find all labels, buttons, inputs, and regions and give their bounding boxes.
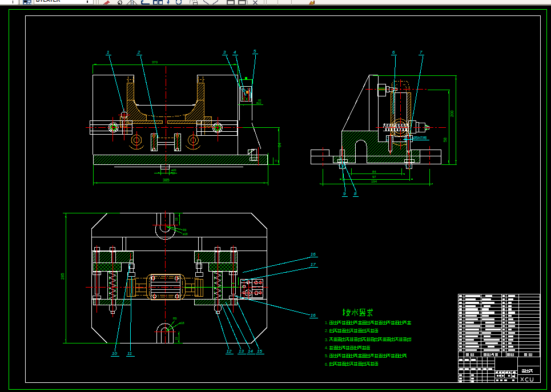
svg-text:8: 8 <box>354 191 357 196</box>
svg-text:3: 3 <box>223 50 226 55</box>
svg-text:9: 9 <box>343 191 346 196</box>
svg-text:3.: 3. <box>325 338 328 342</box>
svg-text:ø18: ø18 <box>179 321 184 325</box>
svg-text:5: 5 <box>254 49 256 54</box>
svg-text:ø18: ø18 <box>183 232 188 236</box>
svg-text:16: 16 <box>311 313 316 318</box>
svg-text:7: 7 <box>420 50 423 55</box>
svg-text:2: 2 <box>137 50 140 55</box>
svg-text:6.: 6. <box>325 362 328 366</box>
svg-text:1: 1 <box>107 50 109 55</box>
svg-text:H8: H8 <box>258 99 262 102</box>
svg-text:16: 16 <box>311 252 316 257</box>
svg-text:4.: 4. <box>325 346 328 350</box>
svg-text:13: 13 <box>239 349 244 354</box>
svg-text:200: 200 <box>450 110 454 117</box>
svg-text:12: 12 <box>227 349 232 354</box>
svg-text:1.: 1. <box>325 321 328 325</box>
svg-text:15: 15 <box>257 349 262 354</box>
svg-text:285: 285 <box>61 273 65 280</box>
svg-text:194: 194 <box>371 180 377 183</box>
svg-text:5.: 5. <box>325 354 328 358</box>
svg-text:BYLAYER: BYLAYER <box>36 0 61 3</box>
svg-text:6: 6 <box>392 50 395 55</box>
svg-text:58: 58 <box>443 138 447 142</box>
svg-text:R9: R9 <box>173 317 177 320</box>
svg-text:11: 11 <box>127 351 132 356</box>
svg-text:2.: 2. <box>325 329 328 333</box>
svg-text:15: 15 <box>175 337 178 340</box>
svg-text:12: 12 <box>275 159 277 162</box>
svg-text:f7: f7 <box>172 172 175 175</box>
svg-text:17: 17 <box>311 262 316 267</box>
svg-text:64: 64 <box>277 143 281 147</box>
svg-text:97: 97 <box>372 175 376 179</box>
svg-text:15: 15 <box>175 217 178 221</box>
svg-text:4: 4 <box>234 50 236 55</box>
svg-text:10: 10 <box>112 351 117 356</box>
svg-text:84: 84 <box>372 170 376 173</box>
svg-text:14: 14 <box>248 349 253 354</box>
svg-text:385: 385 <box>163 178 170 182</box>
svg-text:Ø5H7/f6: Ø5H7/f6 <box>412 136 427 140</box>
svg-text:R9: R9 <box>183 228 187 232</box>
svg-text:370: 370 <box>152 60 158 64</box>
